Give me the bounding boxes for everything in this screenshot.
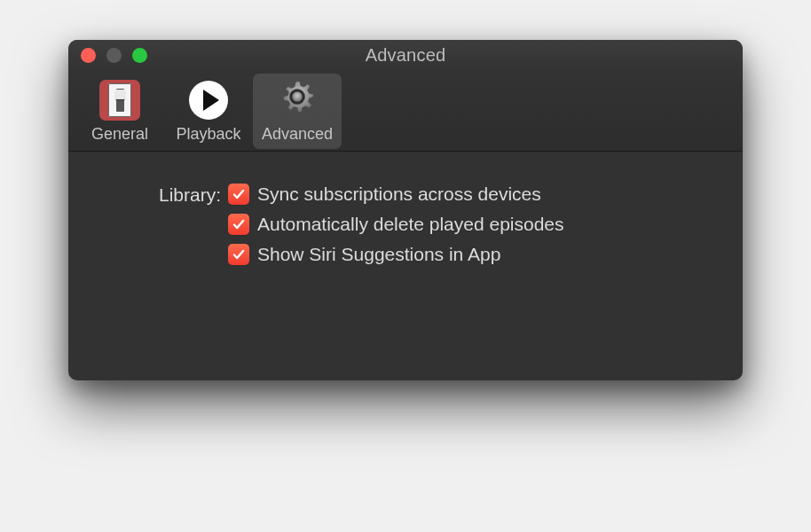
content-pane: Library: Sync subscriptions across devic… — [68, 152, 743, 380]
option-label-siri: Show Siri Suggestions in App — [257, 244, 500, 265]
checkmark-icon — [232, 187, 246, 201]
tab-general[interactable]: General — [75, 74, 164, 149]
checkmark-icon — [232, 217, 246, 231]
tab-label-general: General — [91, 125, 148, 144]
preferences-toolbar: General Playback — [68, 70, 743, 152]
checkbox-sync[interactable] — [228, 184, 249, 205]
tab-playback[interactable]: Playback — [164, 74, 253, 149]
option-label-autodelete: Automatically delete played episodes — [257, 214, 564, 235]
checkmark-icon — [232, 247, 246, 262]
gear-icon — [277, 78, 318, 122]
traffic-lights — [68, 48, 147, 63]
option-siri-suggestions[interactable]: Show Siri Suggestions in App — [228, 244, 564, 265]
zoom-button[interactable] — [132, 48, 147, 63]
tab-label-playback: Playback — [176, 125, 240, 144]
tab-advanced[interactable]: Advanced — [253, 74, 342, 149]
switch-icon — [99, 80, 140, 121]
play-icon — [189, 81, 228, 120]
section-label-library: Library: — [104, 184, 228, 206]
option-label-sync: Sync subscriptions across devices — [257, 184, 541, 205]
minimize-button[interactable] — [106, 48, 122, 63]
checkbox-siri[interactable] — [228, 244, 249, 265]
tab-label-advanced: Advanced — [262, 125, 333, 144]
checkbox-autodelete[interactable] — [228, 214, 249, 235]
option-sync-subscriptions[interactable]: Sync subscriptions across devices — [228, 184, 564, 205]
titlebar: Advanced — [68, 40, 743, 70]
window-title: Advanced — [68, 45, 743, 66]
preferences-window: Advanced General Playback — [68, 40, 743, 380]
svg-point-1 — [292, 91, 303, 102]
option-autodelete[interactable]: Automatically delete played episodes — [228, 214, 564, 235]
close-button[interactable] — [81, 48, 96, 63]
